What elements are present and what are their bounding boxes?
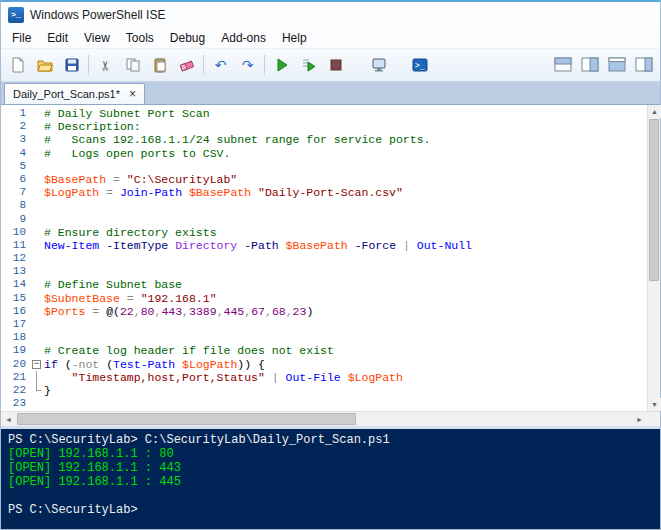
fold-margin	[31, 252, 44, 265]
code-line[interactable]: 23	[1, 397, 647, 410]
code-line[interactable]: 6$BasePath = "C:\SecurityLab"	[1, 173, 647, 186]
fold-margin	[31, 133, 44, 146]
code-line[interactable]: 1# Daily Subnet Port Scan	[1, 107, 647, 120]
line-number: 16	[1, 305, 31, 318]
clear-console-button[interactable]	[173, 52, 200, 78]
menu-item-tools[interactable]: Tools	[118, 28, 162, 48]
code-viewport: 1# Daily Subnet Port Scan2# Description:…	[1, 105, 660, 411]
toolbar-separator	[88, 55, 89, 75]
redo-button[interactable]: ↷	[234, 52, 261, 78]
new-script-button[interactable]	[4, 52, 31, 78]
save-button[interactable]	[58, 52, 85, 78]
editor-horizontal-scrollbar[interactable]: ◄ ►	[1, 411, 660, 426]
code-line[interactable]: 21 "Timestamp,host,Port,Status" | Out-Fi…	[1, 371, 647, 384]
code-line[interactable]: 5	[1, 160, 647, 173]
scroll-up-arrow[interactable]: ▲	[648, 105, 661, 118]
code-line[interactable]: 18	[1, 331, 647, 344]
code-line[interactable]: 11New-Item -ItemType Directory -Path $Ba…	[1, 239, 647, 252]
horizontal-scroll-thumb[interactable]	[17, 413, 356, 425]
script-pane-top-button[interactable]	[549, 52, 576, 78]
clear-console-icon	[179, 57, 195, 73]
fold-margin	[31, 410, 44, 411]
code-line[interactable]: 2# Description:	[1, 120, 647, 133]
vertical-scroll-thumb[interactable]	[649, 119, 659, 281]
code-text: # Logs open ports to CSV.	[44, 147, 647, 160]
editor-code[interactable]: 1# Daily Subnet Port Scan2# Description:…	[1, 105, 647, 411]
script-pane-right-button[interactable]	[576, 52, 603, 78]
scroll-right-arrow[interactable]: ►	[632, 412, 647, 427]
window-title: Windows PowerShell ISE	[30, 8, 165, 22]
new-script-icon	[10, 57, 26, 73]
scroll-down-arrow[interactable]: ▼	[648, 398, 661, 411]
code-text	[44, 331, 647, 344]
code-line[interactable]: 12	[1, 252, 647, 265]
paste-button[interactable]	[146, 52, 173, 78]
line-number: 23	[1, 397, 31, 410]
code-line[interactable]: 16$Ports = @(22,80,443,3389,445,67,68,23…	[1, 305, 647, 318]
code-line[interactable]: 22}	[1, 384, 647, 397]
code-line[interactable]: 10# Ensure directory exists	[1, 226, 647, 239]
code-line[interactable]: 4# Logs open ports to CSV.	[1, 147, 647, 160]
fold-margin	[31, 305, 44, 318]
code-line[interactable]: 8	[1, 199, 647, 212]
fold-collapse-icon[interactable]: −	[32, 360, 41, 369]
code-line[interactable]: 9	[1, 213, 647, 226]
line-number: 3	[1, 133, 31, 146]
code-line[interactable]: 13	[1, 265, 647, 278]
fold-margin	[31, 147, 44, 160]
line-number: 18	[1, 331, 31, 344]
open-script-button[interactable]	[31, 52, 58, 78]
script-pane-top-icon	[554, 57, 572, 73]
code-line[interactable]: 19# Create log header if file does not e…	[1, 344, 647, 357]
line-number: 5	[1, 160, 31, 173]
powershell-ise-window: >_ Windows PowerShell ISE FileEditViewTo…	[0, 0, 661, 530]
line-number: 7	[1, 186, 31, 199]
line-number: 19	[1, 344, 31, 357]
fold-margin	[31, 265, 44, 278]
tab-daily-port-scan[interactable]: Daily_Port_Scan.ps1* ×	[4, 83, 145, 104]
menu-item-file[interactable]: File	[4, 28, 39, 48]
menu-item-edit[interactable]: Edit	[39, 28, 76, 48]
code-line[interactable]: 3# Scans 192.168.1.1/24 subnet range for…	[1, 133, 647, 146]
undo-button[interactable]: ↶	[207, 52, 234, 78]
fold-margin[interactable]: −	[31, 358, 44, 371]
menu-item-view[interactable]: View	[76, 28, 118, 48]
new-remote-powershell-tab-button[interactable]	[365, 52, 392, 78]
code-line[interactable]: 17	[1, 318, 647, 331]
line-number: 13	[1, 265, 31, 278]
code-line[interactable]: 15$SubnetBase = "192.168.1"	[1, 292, 647, 305]
editor-vertical-scrollbar[interactable]: ▲ ▼	[647, 105, 660, 411]
line-number: 21	[1, 371, 31, 384]
tab-close-icon[interactable]: ×	[129, 88, 136, 100]
code-text: "Timestamp,host,Port,Status" | Out-File …	[44, 371, 647, 384]
menu-item-debug[interactable]: Debug	[162, 28, 213, 48]
run-script-button[interactable]	[268, 52, 295, 78]
code-text: $Ports = @(22,80,443,3389,445,67,68,23)	[44, 305, 647, 318]
scroll-left-arrow[interactable]: ◄	[1, 412, 16, 427]
fold-margin	[31, 186, 44, 199]
run-selection-button[interactable]	[295, 52, 322, 78]
show-command-addon-button[interactable]	[630, 52, 657, 78]
stop-operation-button[interactable]	[322, 52, 349, 78]
code-text: $BasePath = "C:\SecurityLab"	[44, 173, 647, 186]
fold-margin	[31, 292, 44, 305]
line-number: 12	[1, 252, 31, 265]
copy-button[interactable]	[119, 52, 146, 78]
code-line[interactable]: 14# Define Subnet base	[1, 278, 647, 291]
code-line[interactable]: 7$LogPath = Join-Path $BasePath "Daily-P…	[1, 186, 647, 199]
console-result-line: [OPEN] 192.168.1.1 : 80	[8, 447, 653, 461]
code-line[interactable]: 20−if (-not (Test-Path $LogPath)) {	[1, 358, 647, 371]
fold-margin	[31, 199, 44, 212]
menu-item-help[interactable]: Help	[274, 28, 315, 48]
start-powershell-button[interactable]: >_	[406, 52, 433, 78]
menu-item-add-ons[interactable]: Add-ons	[213, 28, 274, 48]
fold-margin	[31, 278, 44, 291]
script-pane-maximized-button[interactable]	[603, 52, 630, 78]
cut-icon: ✂	[98, 60, 113, 71]
vertical-scroll-track[interactable]	[648, 118, 660, 398]
horizontal-scroll-track[interactable]	[16, 412, 632, 426]
script-editor-pane: 1# Daily Subnet Port Scan2# Description:…	[1, 105, 660, 426]
powershell-ise-app-icon: >_	[8, 7, 24, 23]
cut-button[interactable]: ✂	[92, 52, 119, 78]
console-pane[interactable]: PS C:\SecurityLab> C:\SecurityLab\Daily_…	[1, 429, 660, 529]
